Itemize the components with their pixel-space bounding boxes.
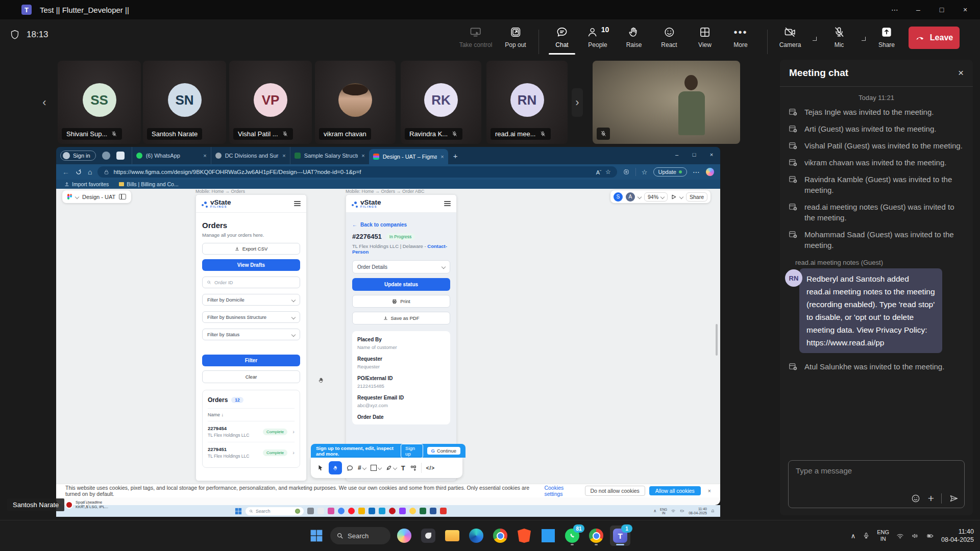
taskbar-app-icon[interactable]	[307, 508, 314, 514]
move-tool-icon[interactable]	[317, 464, 324, 471]
deny-cookies-button[interactable]: Do not allow cookies	[585, 486, 645, 496]
dark-app-icon[interactable]	[418, 525, 438, 546]
browser-signin-chip[interactable]: Sign in	[60, 151, 96, 161]
taskbar-app-icon[interactable]	[338, 508, 345, 514]
participant-tile[interactable]: SN Santosh Narate	[143, 61, 226, 144]
browser-minimize-button[interactable]: –	[668, 147, 685, 162]
export-csv-button[interactable]: Export CSV	[202, 243, 300, 255]
layout-panel-icon[interactable]	[119, 194, 126, 199]
google-continue-button[interactable]: GContinue	[427, 447, 460, 455]
take-control-button[interactable]: Take control	[459, 26, 493, 48]
taskbar-search[interactable]: Search	[330, 527, 390, 544]
tab-actions-icon[interactable]	[116, 152, 125, 160]
taskbar-app-icon[interactable]	[389, 508, 396, 514]
taskbar-app-icon[interactable]	[399, 508, 406, 514]
copilot-icon[interactable]	[706, 168, 714, 176]
mic-options-chevron[interactable]	[862, 37, 866, 41]
copilot-app-icon[interactable]	[394, 525, 414, 546]
chat-close-icon[interactable]: ×	[958, 67, 964, 79]
clear-button[interactable]: Clear	[202, 370, 300, 383]
refresh-button[interactable]	[75, 168, 82, 176]
people-button[interactable]: 10 People	[586, 26, 609, 48]
chevron-down-icon[interactable]	[638, 194, 642, 198]
figma-share-button[interactable]: Share	[686, 192, 707, 202]
update-status-button[interactable]: Update status	[352, 278, 450, 291]
taskbar-app-icon[interactable]	[430, 508, 436, 514]
present-icon[interactable]	[671, 194, 677, 200]
wifi-icon[interactable]	[896, 532, 904, 540]
browser-menu-icon[interactable]: ⋯	[693, 168, 700, 176]
chat-message-input[interactable]: Type a message +	[788, 460, 965, 508]
browser-tab[interactable]: DC Divisions and Surroundings×	[211, 147, 290, 164]
back-to-companies-link[interactable]: ←Back to companies	[352, 222, 450, 228]
bookmark-import[interactable]: Import favorites	[64, 181, 109, 187]
read-aloud-icon[interactable]: Aᵕ	[596, 168, 601, 176]
chrome-profile-icon[interactable]	[586, 525, 606, 546]
hamburger-menu-icon[interactable]	[294, 199, 301, 207]
window-minimize-button[interactable]: –	[906, 0, 930, 19]
taskbar-app-icon[interactable]	[328, 508, 334, 514]
bookmark-bills[interactable]: Bills | Billing and Co...	[119, 181, 178, 187]
system-clock[interactable]: 11:4008-04-2025	[941, 528, 974, 544]
save-as-pdf-button[interactable]: Save as PDF	[352, 312, 450, 324]
favorites-bar-icon[interactable]: ☆	[642, 168, 648, 176]
participant-tile[interactable]: RK Ravindra K...	[401, 61, 481, 144]
filter-button[interactable]: Filter	[202, 355, 300, 366]
mic-button[interactable]: Mic	[832, 26, 846, 48]
collaborator-avatar[interactable]: A	[626, 192, 635, 202]
figma-canvas[interactable]: Design - UAT S A 94% Share Mobile: Home …	[56, 189, 720, 484]
window-more-button[interactable]: ⋯	[883, 0, 906, 19]
emoji-icon[interactable]	[911, 493, 921, 504]
browser-maximize-button[interactable]: □	[685, 147, 703, 162]
camera-options-chevron[interactable]	[813, 37, 817, 41]
order-id-input[interactable]: Order ID	[202, 277, 300, 288]
chrome-icon[interactable]	[490, 525, 510, 546]
dev-mode-button[interactable]: </>	[426, 465, 435, 471]
order-row[interactable]: 2279451TL Flex Holdings LLC Complete ›	[208, 442, 295, 463]
text-tool[interactable]: T	[401, 464, 405, 472]
spotlight-tile[interactable]	[593, 61, 740, 144]
chevron-down-icon[interactable]	[679, 194, 683, 198]
hamburger-menu-icon[interactable]	[444, 199, 451, 207]
filter-business-select[interactable]: Filter by Business Structure	[202, 311, 300, 323]
hand-tool-icon[interactable]	[329, 461, 342, 474]
taskbar-app-icon[interactable]	[440, 508, 447, 514]
browser-close-button[interactable]: ×	[703, 147, 720, 162]
tray-chevron-icon[interactable]: ∧	[653, 509, 656, 513]
frame-label[interactable]: Mobile: Home → Orders → Order ABC	[346, 189, 425, 194]
more-button[interactable]: ••• More	[733, 26, 747, 48]
view-button[interactable]: View	[698, 26, 712, 48]
start-icon[interactable]	[235, 508, 242, 515]
browser-tab-active[interactable]: Design - UAT – Figma×	[369, 149, 448, 164]
pop-out-button[interactable]: Pop out	[505, 26, 526, 48]
collaborator-avatar[interactable]: S	[614, 192, 623, 202]
update-browser-button[interactable]: Update	[653, 167, 687, 177]
window-maximize-button[interactable]: □	[930, 0, 953, 19]
battery-icon[interactable]	[926, 532, 935, 540]
edge-icon[interactable]	[466, 525, 486, 546]
cookie-close-icon[interactable]: ×	[708, 488, 711, 494]
column-header[interactable]: Name ↓	[208, 409, 295, 421]
filter-status-select[interactable]: Filter by Status	[202, 329, 300, 340]
workspaces-icon[interactable]	[102, 152, 110, 160]
taskbar-app-icon[interactable]	[358, 508, 365, 514]
shared-clock[interactable]: 11:4008-04-2025	[689, 507, 707, 515]
order-row[interactable]: 2279454TL Flex Holdings LLC Complete ›	[208, 421, 295, 442]
favorite-star-icon[interactable]: ☆	[605, 168, 611, 176]
tray-mic-icon[interactable]	[862, 532, 870, 540]
home-button[interactable]: ⌂	[88, 168, 92, 176]
new-tab-button[interactable]: +	[453, 152, 458, 160]
address-bar[interactable]: https://www.figma.com/design/9BKQ0FOHRWa…	[97, 166, 617, 178]
share-button[interactable]: Share	[878, 26, 895, 48]
chevron-down-icon[interactable]	[75, 194, 79, 198]
brave-icon[interactable]	[514, 525, 534, 546]
zoom-control[interactable]: 94%	[644, 192, 668, 202]
start-button[interactable]	[306, 525, 327, 546]
tray-chevron-icon[interactable]: ∧	[851, 532, 856, 540]
tab-close-icon[interactable]: ×	[361, 153, 364, 159]
canvas-scrollbar[interactable]	[716, 324, 718, 356]
signup-button[interactable]: Sign up	[401, 444, 423, 458]
taskbar-app-icon[interactable]	[409, 508, 416, 514]
window-close-button[interactable]: ×	[953, 0, 977, 19]
participant-tile[interactable]: vikram chavan	[315, 61, 396, 144]
